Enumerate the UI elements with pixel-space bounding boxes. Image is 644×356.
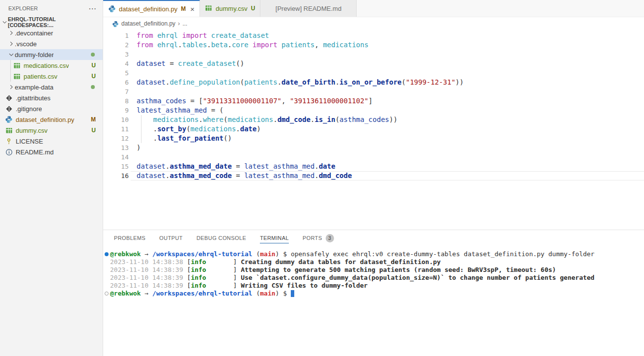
code-text: ) [129, 143, 140, 152]
panel-tab-problems[interactable]: PROBLEMS [114, 230, 145, 246]
code-line-6: 6dataset.define_population(patients.date… [103, 78, 644, 87]
editor-area: dataset_definition.pyM×dummy.csvU[Previe… [103, 0, 644, 356]
line-number: 10 [103, 115, 129, 124]
terminal-line: 2023-11-10 14:38:39 [info ] Attempting t… [103, 266, 644, 274]
csv-icon [205, 4, 213, 12]
code-editor[interactable]: 1from ehrql import create_dataset2from e… [103, 30, 644, 230]
file-tree-item-readme-md[interactable]: README.md [0, 147, 103, 157]
line-number: 9 [103, 106, 129, 115]
more-actions-icon[interactable]: ⋯ [88, 4, 97, 13]
line-number: 7 [103, 87, 129, 96]
code-text [129, 68, 137, 78]
close-icon[interactable]: × [190, 5, 195, 13]
code-text: from ehrql.tables.beta.core import patie… [129, 40, 368, 50]
line-number: 3 [103, 50, 129, 59]
breadcrumb-file[interactable]: dataset_definition.py [121, 20, 175, 27]
line-number: 12 [103, 134, 129, 143]
line-number: 13 [103, 143, 129, 152]
panel-tab-label: PROBLEMS [114, 233, 145, 243]
terminal-output[interactable]: @rebkwok → /workspaces/ehrql-tutorial (m… [103, 246, 644, 356]
tab-dataset-definition-py[interactable]: dataset_definition.pyM× [103, 0, 200, 17]
python-icon [5, 116, 13, 123]
file-label: .gitattributes [16, 94, 51, 102]
csv-icon [13, 61, 21, 69]
file-label: dataset_definition.py [16, 116, 74, 123]
line-number: 11 [103, 124, 129, 134]
file-tree-item-dataset-definition-py[interactable]: dataset_definition.pyM [0, 114, 103, 125]
git-changes-dot-badge [91, 53, 95, 57]
chevron-down-icon [8, 51, 15, 58]
tab-dummy-csv[interactable]: dummy.csvU [200, 0, 260, 17]
workspace-root-folder[interactable]: EHRQL-TUTORIAL [CODESPACES:... [0, 17, 103, 28]
chevron-down-icon [1, 19, 8, 26]
file-tree-item-dummy-folder[interactable]: dummy-folder [0, 49, 103, 60]
command-success-decoration-icon[interactable] [105, 252, 109, 256]
file-tree-item-dummy-csv[interactable]: dummy.csvU [0, 125, 103, 136]
line-number: 15 [103, 162, 129, 171]
file-tree-item-license[interactable]: LICENSE [0, 136, 103, 147]
code-text: dataset.define_population(patients.date_… [129, 78, 464, 87]
panel-tab-terminal[interactable]: TERMINAL [260, 230, 289, 246]
command-prompt-decoration-icon[interactable] [105, 292, 109, 296]
panel-tab-output[interactable]: OUTPUT [159, 230, 183, 246]
file-label: .vscode [15, 40, 37, 48]
code-line-8: 8asthma_codes = ["39113311000001107", "3… [103, 96, 644, 106]
file-tree-item-example-data[interactable]: example-data [0, 82, 103, 92]
breadcrumb[interactable]: dataset_definition.py › ... [103, 17, 644, 30]
terminal-line: @rebkwok → /workspaces/ehrql-tutorial (m… [103, 290, 644, 297]
explorer-title: EXPLORER [8, 5, 38, 11]
ports-count-badge: 3 [326, 234, 334, 242]
file-label: dummy-folder [15, 51, 54, 59]
code-line-16: 16dataset.asthma_med_code = latest_asthm… [103, 171, 644, 180]
tab--preview-readme-md[interactable]: [Preview] README.md [260, 0, 357, 17]
panel-tab-ports[interactable]: PORTS3 [303, 230, 334, 246]
git-status-badge: U [91, 73, 96, 80]
file-tree-item--gitattributes[interactable]: .gitattributes [0, 92, 103, 103]
code-line-14: 14 [103, 152, 644, 162]
line-number: 8 [103, 96, 129, 106]
file-tree: .devcontainer.vscodedummy-foldermedicati… [0, 28, 103, 157]
git-changes-dot-badge [91, 85, 95, 89]
file-tree-item-patients-csv[interactable]: patients.csvU [0, 71, 103, 82]
file-tree-item--gitignore[interactable]: .gitignore [0, 103, 103, 114]
code-text: dataset.asthma_med_date = latest_asthma_… [129, 162, 336, 171]
terminal-line: @rebkwok → /workspaces/ehrql-tutorial (m… [103, 250, 644, 258]
breadcrumb-symbol-ellipsis[interactable]: ... [182, 20, 187, 27]
python-icon [108, 5, 116, 13]
code-line-13: 13) [103, 143, 644, 152]
code-line-10: 10 medications.where(medications.dmd_cod… [103, 115, 644, 124]
code-line-11: 11 .sort_by(medications.date) [103, 124, 644, 134]
vscode-window: EXPLORER ⋯ EHRQL-TUTORIAL [CODESPACES:..… [0, 0, 644, 356]
code-text: latest_asthma_med = ( [129, 106, 224, 115]
code-line-7: 7 [103, 87, 644, 96]
panel-tab-bar: PROBLEMSOUTPUTDEBUG CONSOLETERMINALPORTS… [103, 230, 644, 246]
file-label: .devcontainer [15, 30, 53, 37]
tab-dirty-badge: U [251, 5, 255, 12]
python-icon [112, 20, 119, 27]
line-number: 6 [103, 78, 129, 87]
chevron-right-icon [8, 40, 15, 47]
code-line-1: 1from ehrql import create_dataset [103, 31, 644, 40]
tab-label: dataset_definition.py [119, 5, 177, 13]
code-line-12: 12 .last_for_patient() [103, 134, 644, 143]
terminal-line: 2023-11-10 14:38:38 [info ] Creating dum… [103, 258, 644, 266]
panel-tab-label: DEBUG CONSOLE [196, 233, 246, 243]
file-tree-item--devcontainer[interactable]: .devcontainer [0, 28, 103, 38]
panel-tab-label: TERMINAL [260, 233, 289, 243]
csv-icon [5, 126, 13, 134]
panel-tab-debug-console[interactable]: DEBUG CONSOLE [196, 230, 246, 246]
editor-tab-bar: dataset_definition.pyM×dummy.csvU[Previe… [103, 0, 644, 17]
code-text [129, 50, 137, 59]
line-number: 16 [103, 171, 129, 180]
code-text: asthma_codes = ["39113311000001107", "39… [129, 96, 372, 106]
code-text [129, 152, 137, 162]
workspace-root-label: EHRQL-TUTORIAL [CODESPACES:... [8, 16, 103, 28]
file-tree-item--vscode[interactable]: .vscode [0, 38, 103, 49]
line-number: 2 [103, 40, 129, 50]
panel-tab-label: PORTS [303, 233, 322, 243]
line-number: 14 [103, 152, 129, 162]
indent-guide [141, 124, 141, 134]
breadcrumb-separator-icon: › [178, 20, 180, 27]
git-status-badge: M [91, 116, 96, 123]
file-tree-item-medications-csv[interactable]: medications.csvU [0, 60, 103, 71]
